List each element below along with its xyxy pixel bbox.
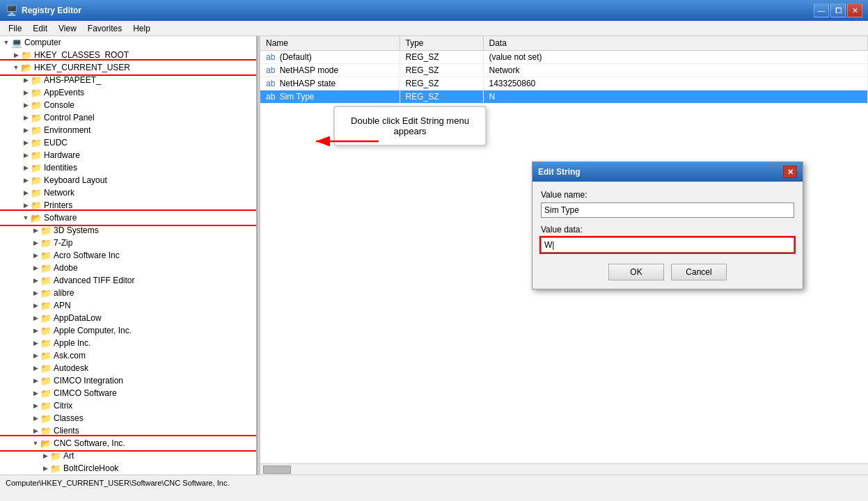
expander-ahs[interactable]: ▶ bbox=[21, 75, 31, 85]
tree-item-eudc[interactable]: ▶ 📁 EUDC bbox=[0, 136, 256, 149]
expander-ask[interactable]: ▶ bbox=[31, 351, 40, 360]
tree-item-identities[interactable]: ▶ 📁 Identities bbox=[0, 161, 256, 174]
tree-item-3dsystems[interactable]: ▶ 📁 3D Systems bbox=[0, 224, 256, 237]
expander-keyboardlayout[interactable]: ▶ bbox=[21, 175, 31, 185]
table-row-simtype[interactable]: ab Sim Type REG_SZ N bbox=[260, 90, 868, 104]
expander-apn[interactable]: ▶ bbox=[31, 301, 40, 310]
reg-name-nethasp-mode: ab NetHASP mode bbox=[260, 64, 400, 77]
tree-item-alibre[interactable]: ▶ 📁 alibre bbox=[0, 287, 256, 299]
expander-eudc[interactable]: ▶ bbox=[21, 138, 31, 148]
tree-scroll[interactable]: ▼ 💻 Computer ▶ 📁 HKEY_CLASSES_ROOT ▼ 📂 H… bbox=[0, 36, 256, 475]
h-scrollbar[interactable] bbox=[260, 463, 868, 475]
tree-item-acro[interactable]: ▶ 📁 Acro Software Inc bbox=[0, 249, 256, 262]
folder-icon-hkcr: 📁 bbox=[21, 49, 32, 61]
expander-acro[interactable]: ▶ bbox=[31, 250, 40, 260]
tree-item-console[interactable]: ▶ 📁 Console bbox=[0, 99, 256, 111]
expander-environment[interactable]: ▶ bbox=[21, 125, 31, 135]
expander-art[interactable]: ▶ bbox=[40, 451, 50, 461]
tree-item-7zip[interactable]: ▶ 📁 7-Zip bbox=[0, 237, 256, 249]
ok-button[interactable]: OK bbox=[608, 264, 664, 280]
tree-item-classes[interactable]: ▶ 📁 Classes bbox=[0, 412, 256, 424]
col-data[interactable]: Data bbox=[483, 36, 868, 51]
tree-item-environment[interactable]: ▶ 📁 Environment bbox=[0, 124, 256, 136]
expander-7zip[interactable]: ▶ bbox=[31, 238, 40, 248]
expander-hkcr[interactable]: ▶ bbox=[11, 50, 21, 60]
menu-help[interactable]: Help bbox=[127, 22, 156, 35]
menu-view[interactable]: View bbox=[53, 22, 82, 35]
reg-type-nethasp-mode: REG_SZ bbox=[400, 64, 483, 77]
expander-identities[interactable]: ▶ bbox=[21, 163, 31, 173]
expander-console[interactable]: ▶ bbox=[21, 100, 31, 110]
expander-autodesk[interactable]: ▶ bbox=[31, 363, 40, 373]
expander-classes[interactable]: ▶ bbox=[31, 413, 40, 423]
tree-label-advtiff: Advanced TIFF Editor bbox=[54, 276, 135, 285]
tree-item-clients[interactable]: ▶ 📁 Clients bbox=[0, 424, 256, 437]
tree-item-hkcu[interactable]: ▼ 📂 HKEY_CURRENT_USER bbox=[0, 61, 256, 74]
close-button[interactable]: ✕ bbox=[847, 3, 862, 17]
expander-adobe[interactable]: ▶ bbox=[31, 263, 40, 273]
menu-favorites[interactable]: Favorites bbox=[82, 22, 127, 35]
value-data-input[interactable] bbox=[541, 237, 794, 253]
tree-item-advtiff[interactable]: ▶ 📁 Advanced TIFF Editor bbox=[0, 274, 256, 287]
expander-network[interactable]: ▶ bbox=[21, 188, 31, 198]
col-name[interactable]: Name bbox=[260, 36, 400, 51]
value-name-label: Value name: bbox=[541, 190, 794, 200]
expander-controlpanel[interactable]: ▶ bbox=[21, 113, 31, 122]
expander-computer[interactable]: ▼ bbox=[1, 38, 11, 47]
tree-item-apple-inc[interactable]: ▶ 📁 Apple Inc. bbox=[0, 337, 256, 349]
tree-item-ahs[interactable]: ▶ 📁 AHS-PAPEET_ bbox=[0, 74, 256, 86]
tree-item-adobe[interactable]: ▶ 📁 Adobe bbox=[0, 262, 256, 274]
expander-alibre[interactable]: ▶ bbox=[31, 288, 40, 298]
expander-apple-inc[interactable]: ▶ bbox=[31, 338, 40, 348]
expander-cncsoftware[interactable]: ▼ bbox=[31, 438, 40, 448]
expander-citrix[interactable]: ▶ bbox=[31, 401, 40, 411]
tree-label-cimco-int: CIMCO Integration bbox=[54, 376, 123, 385]
tree-item-appevents[interactable]: ▶ 📁 AppEvents bbox=[0, 86, 256, 99]
expander-appdatalow[interactable]: ▶ bbox=[31, 313, 40, 323]
expander-boltcircle[interactable]: ▶ bbox=[40, 463, 50, 473]
tree-item-appdatalow[interactable]: ▶ 📁 AppDataLow bbox=[0, 312, 256, 324]
expander-hkcu[interactable]: ▼ bbox=[11, 63, 21, 72]
tree-item-art[interactable]: ▶ 📁 Art bbox=[0, 450, 256, 462]
cancel-button[interactable]: Cancel bbox=[671, 264, 727, 280]
tree-item-printers[interactable]: ▶ 📁 Printers bbox=[0, 199, 256, 212]
tree-item-hardware[interactable]: ▶ 📁 Hardware bbox=[0, 149, 256, 161]
expander-cimco-sw[interactable]: ▶ bbox=[31, 388, 40, 398]
h-scroll-thumb[interactable] bbox=[263, 466, 291, 474]
tree-item-apple-computer[interactable]: ▶ 📁 Apple Computer, Inc. bbox=[0, 324, 256, 337]
minimize-button[interactable]: — bbox=[814, 3, 829, 17]
dialog-close-button[interactable]: ✕ bbox=[783, 166, 797, 178]
menu-file[interactable]: File bbox=[3, 22, 27, 35]
expander-software[interactable]: ▼ bbox=[21, 213, 31, 223]
tree-item-boltcircle[interactable]: ▶ 📁 BoltCircleHook bbox=[0, 462, 256, 475]
expander-advtiff[interactable]: ▶ bbox=[31, 276, 40, 285]
tree-item-controlpanel[interactable]: ▶ 📁 Control Panel bbox=[0, 111, 256, 124]
expander-appevents[interactable]: ▶ bbox=[21, 88, 31, 97]
table-row[interactable]: ab NetHASP state REG_SZ 1433250860 bbox=[260, 77, 868, 90]
expander-clients[interactable]: ▶ bbox=[31, 426, 40, 436]
tree-item-cimco-sw[interactable]: ▶ 📁 CIMCO Software bbox=[0, 387, 256, 399]
expander-apple-computer[interactable]: ▶ bbox=[31, 326, 40, 335]
tree-item-software[interactable]: ▼ 📂 Software bbox=[0, 212, 256, 224]
table-row[interactable]: ab NetHASP mode REG_SZ Network bbox=[260, 64, 868, 77]
maximize-button[interactable]: ⧠ bbox=[830, 3, 846, 17]
tree-item-cncsoftware[interactable]: ▼ 📂 CNC Software, Inc. bbox=[0, 437, 256, 450]
value-name-input[interactable] bbox=[541, 202, 794, 218]
tree-item-ask[interactable]: ▶ 📁 Ask.com bbox=[0, 349, 256, 362]
tree-label-keyboardlayout: Keyboard Layout bbox=[44, 175, 107, 185]
tree-item-cimco-int[interactable]: ▶ 📁 CIMCO Integration bbox=[0, 374, 256, 387]
expander-cimco-int[interactable]: ▶ bbox=[31, 376, 40, 385]
tree-item-keyboardlayout[interactable]: ▶ 📁 Keyboard Layout bbox=[0, 174, 256, 186]
tree-item-hkcr[interactable]: ▶ 📁 HKEY_CLASSES_ROOT bbox=[0, 49, 256, 61]
expander-printers[interactable]: ▶ bbox=[21, 200, 31, 210]
tree-item-apn[interactable]: ▶ 📁 APN bbox=[0, 299, 256, 312]
tree-item-autodesk[interactable]: ▶ 📁 Autodesk bbox=[0, 362, 256, 374]
expander-3dsystems[interactable]: ▶ bbox=[31, 225, 40, 235]
menu-edit[interactable]: Edit bbox=[27, 22, 53, 35]
table-row[interactable]: ab (Default) REG_SZ (value not set) bbox=[260, 51, 868, 64]
tree-item-network[interactable]: ▶ 📁 Network bbox=[0, 186, 256, 199]
tree-item-citrix[interactable]: ▶ 📁 Citrix bbox=[0, 399, 256, 412]
col-type[interactable]: Type bbox=[400, 36, 483, 51]
expander-hardware[interactable]: ▶ bbox=[21, 150, 31, 160]
tree-item-computer[interactable]: ▼ 💻 Computer bbox=[0, 36, 256, 49]
